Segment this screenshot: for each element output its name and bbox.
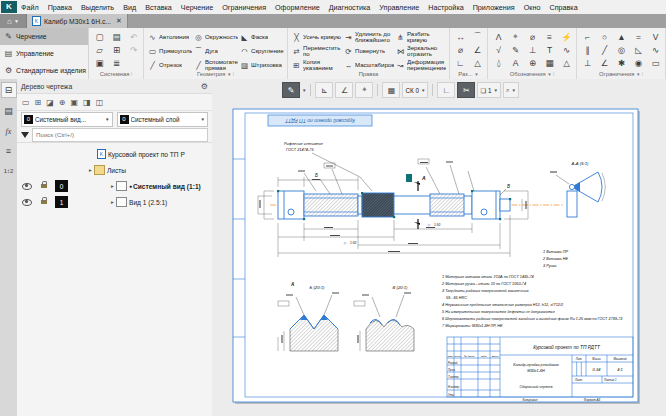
mode-cherchenie[interactable]: ✎ Черчение: [0, 28, 88, 45]
rectangle-button[interactable]: ▭ Прямоугольник: [147, 44, 193, 58]
zoom-tool-button[interactable]: ⌕▼: [503, 82, 519, 98]
point-constraint-icon[interactable]: ✱: [614, 56, 629, 69]
midpoint-constraint-icon[interactable]: ▭: [648, 56, 663, 69]
layers-panel-icon[interactable]: ≡: [2, 144, 16, 158]
radial-dimension-icon[interactable]: ⌒: [470, 30, 485, 43]
chamfer-dimension-icon[interactable]: △: [470, 56, 485, 69]
lock-icon[interactable]: [41, 200, 47, 204]
group-label-constraints[interactable]: Ограничения ▼ ⁞: [577, 71, 665, 79]
lock-icon[interactable]: [41, 184, 47, 188]
expand-arrow-icon[interactable]: ▸: [109, 199, 116, 205]
menu-item[interactable]: Настройка: [428, 3, 463, 12]
triangle-mark-icon[interactable]: △: [559, 56, 574, 69]
tree-view-icon[interactable]: ▭: [22, 98, 30, 107]
expand-arrow-icon[interactable]: ▸: [109, 183, 116, 189]
diameter-mark-icon[interactable]: ⌀: [525, 30, 540, 43]
fillet-button[interactable]: ◠ Скругление: [239, 44, 285, 58]
mode-upravlenie[interactable]: ▤ Управление: [0, 45, 88, 62]
tree-item-system-view[interactable]: 0 ▸ ● Системный вид (1:1): [17, 178, 212, 194]
grid-toggle-button[interactable]: ▦: [382, 82, 400, 98]
snap-angle-icon[interactable]: ∠: [335, 82, 353, 98]
segment-button[interactable]: ╱ Отрезок: [147, 58, 193, 72]
deform-move-button[interactable]: ↝ Деформация перемещением: [395, 58, 447, 72]
roughness-icon[interactable]: Λ: [491, 30, 506, 43]
group-label-notation[interactable]: Обозначения ▼ ⁞: [488, 71, 576, 79]
gear-icon[interactable]: ⚙: [201, 82, 208, 91]
menu-item[interactable]: Файл: [21, 3, 39, 12]
menu-item[interactable]: Правка: [48, 3, 72, 12]
snap-center-icon[interactable]: ⌖: [355, 82, 373, 98]
app-logo-icon[interactable]: K: [1, 1, 17, 13]
tree-item-document[interactable]: K Курсовой проект по ТП Р: [17, 146, 212, 162]
top-rotated-stamp[interactable]: Курсовой проект по ТП РДТТ: [268, 115, 372, 126]
tree-item-sheets[interactable]: ▸ Листы: [17, 162, 212, 178]
table-icon[interactable]: ▦: [542, 56, 557, 69]
close-tab-icon[interactable]: ✕: [116, 17, 122, 25]
coordinate-system-combo[interactable]: СК 0▼: [402, 82, 428, 98]
text-icon[interactable]: А: [508, 56, 523, 69]
snap-style-button[interactable]: ✎: [282, 82, 300, 98]
construction-line-button[interactable]: ╱ Вспомогател... прямая: [193, 58, 239, 72]
position-icon[interactable]: ⊕: [525, 56, 540, 69]
scale-button[interactable]: ↔ Масштабиров...: [343, 58, 395, 72]
menu-item[interactable]: Приложения: [473, 3, 515, 12]
angle-constraint-icon[interactable]: ∠: [597, 56, 612, 69]
tolerance-frame-icon[interactable]: ≡: [542, 30, 557, 43]
hatch-button[interactable]: ▨ Штриховка: [239, 58, 285, 72]
coincident-constraint-icon[interactable]: ◉: [631, 56, 646, 69]
equal-constraint-icon[interactable]: =: [631, 30, 646, 43]
undo-icon[interactable]: ↶: [126, 30, 141, 43]
pages-icon[interactable]: ◫: [96, 98, 104, 107]
menu-item[interactable]: Управление: [379, 3, 419, 12]
roughness2-icon[interactable]: √: [491, 43, 506, 56]
snap-perp-icon[interactable]: ⊾: [315, 82, 333, 98]
split-icon[interactable]: ◨: [83, 98, 91, 107]
tangent-constraint-icon[interactable]: ○: [597, 30, 612, 43]
marking-icon[interactable]: ✎: [508, 43, 523, 56]
chevron-down-icon[interactable]: ▼: [302, 88, 306, 93]
group-label-dimensions[interactable]: Раз... ▼: [450, 71, 487, 79]
collinear-constraint-icon[interactable]: ◺: [631, 43, 646, 56]
autoline-button[interactable]: ∿ Автолиния: [147, 30, 193, 44]
menu-item[interactable]: Черчение: [181, 3, 213, 12]
open-icon[interactable]: ▱: [92, 43, 107, 56]
fix-constraint-icon[interactable]: ▲: [614, 30, 629, 43]
trim-mode-button[interactable]: ✂: [457, 82, 475, 98]
active-layer-combo[interactable]: ❏ 1▼: [477, 82, 501, 98]
mirror-button[interactable]: ⋈ Зеркально отразить: [395, 44, 447, 58]
circle-button[interactable]: ◎ Окружность: [193, 30, 239, 44]
menu-item[interactable]: Диагностика: [329, 3, 371, 12]
symmetric-constraint-icon[interactable]: ∿: [648, 43, 663, 56]
menu-item[interactable]: Справка: [549, 3, 577, 12]
thumb-icon[interactable]: ▣: [71, 98, 79, 107]
leader-icon[interactable]: ⌖: [508, 30, 523, 43]
arc-button[interactable]: ⌒ Дуга: [193, 44, 239, 58]
drawing-tree-icon[interactable]: ⊟: [1, 82, 17, 98]
tree-item-view-1[interactable]: 1 ▸ Вид 1 (2.5:1): [17, 194, 212, 210]
copy-by-point-button[interactable]: ⊞ Копия указанием: [291, 58, 343, 72]
save-icon[interactable]: ▣: [92, 56, 107, 69]
search-input[interactable]: [32, 128, 208, 142]
arrow-mark-icon[interactable]: ⚡: [559, 30, 574, 43]
current-view-combo[interactable]: 0 Системный вид... ▼: [21, 112, 113, 127]
layers-icon[interactable]: ◪: [46, 98, 54, 107]
menu-item[interactable]: Вставка: [145, 3, 172, 12]
datum-icon[interactable]: ⍙: [491, 56, 506, 69]
extend-button[interactable]: ⇥ Удлинить до ближайшего о...: [343, 30, 395, 44]
drawing-canvas-area[interactable]: ✎ ▼ ⊾∠⌖ ▦ СК 0▼ ∟ ✂ ❏ 1▼ ⌕▼: [212, 79, 666, 416]
refresh-icon[interactable]: ⊕: [59, 98, 66, 107]
numbering-panel-icon[interactable]: 1↕2: [2, 164, 16, 178]
concentric-constraint-icon[interactable]: ◎: [614, 43, 629, 56]
visibility-eye-icon[interactable]: [22, 199, 32, 206]
preview-icon[interactable]: ⊞: [109, 43, 124, 56]
redo-icon[interactable]: ↷: [126, 43, 141, 56]
new-doc-icon[interactable]: ▢: [92, 30, 107, 43]
vertical-constraint-icon[interactable]: V: [648, 30, 663, 43]
trim-curve-button[interactable]: ╳ Усечь кривую: [291, 30, 343, 44]
linear-dimension-icon[interactable]: ∟: [453, 56, 468, 69]
menu-item[interactable]: Оформление: [275, 3, 320, 12]
document-tab[interactable]: K Калибр М30х1 6Н.с... ✕: [27, 14, 128, 28]
print-icon[interactable]: ▤: [109, 30, 124, 43]
chamfer-button[interactable]: ◣ Фаска: [239, 30, 285, 44]
expand-arrow-icon[interactable]: ▸: [87, 167, 94, 173]
